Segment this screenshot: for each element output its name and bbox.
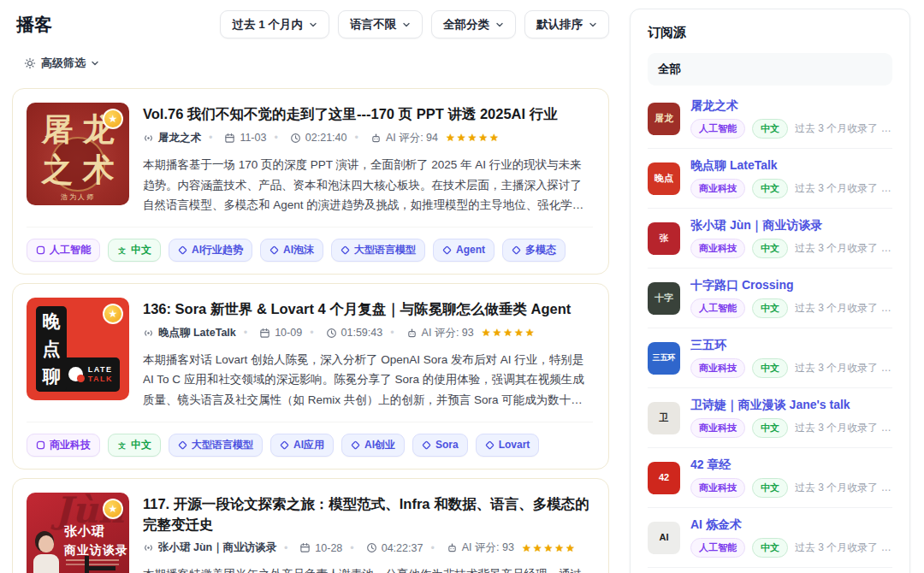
gear-icon	[24, 57, 36, 69]
cover-char: 晚	[43, 310, 61, 334]
podcast-name: 张小珺 Jùn｜商业访谈录	[158, 541, 276, 555]
filter-sort[interactable]: 默认排序	[524, 10, 609, 38]
bookmark-square-icon	[36, 440, 45, 450]
episode-tags: 商业科技文中文大型语言模型AI应用AI创业SoraLovart	[27, 422, 593, 457]
svg-text:文: 文	[117, 246, 126, 255]
episode-title[interactable]: 117. 开源一段论文探索之旅：模型范式、Infra 和数据、语言、多模态的完整…	[143, 494, 593, 535]
source-name[interactable]: 晚点聊 LateTalk	[690, 158, 892, 174]
category-tag[interactable]: 商业科技	[27, 434, 100, 457]
translate-icon: 文	[117, 245, 127, 255]
episode-cover-art[interactable]: Jùn 张小珺 商业访谈录 ★	[27, 493, 129, 573]
category-tag: 人工智能	[690, 538, 745, 558]
subscription-source-item[interactable]: 十字 十字路口 Crossing 人工智能 中文 过去 3 个月收录了 12 集…	[648, 268, 892, 328]
language-tag[interactable]: 文中文	[108, 434, 161, 457]
subscription-source-item[interactable]: 42 42 章经 商业科技 中文 过去 3 个月收录了 5 集播客	[648, 447, 892, 507]
filter-time-range[interactable]: 过去 1 个月内	[220, 10, 329, 38]
filter-category[interactable]: 全部分类	[431, 10, 516, 38]
podcast-source[interactable]: 屠龙之术	[143, 131, 201, 145]
tag-label: 人工智能	[50, 243, 91, 257]
episode-card[interactable]: Jùn 张小珺 商业访谈录 ★ 117. 开源一段论文探索之旅：模	[12, 478, 609, 573]
svg-text:文: 文	[117, 440, 126, 449]
episode-duration: 04:22:37	[342, 542, 423, 554]
source-stat: 过去 3 个月收录了 5 集播客	[795, 481, 892, 495]
cover-char: 屠	[37, 109, 78, 150]
diamond-icon	[270, 245, 279, 255]
episode-description: 本期播客特邀美团光年之外产品负责人谢青池，分享他作为非技术背景产品经理，通过一年…	[143, 564, 593, 573]
language-tag: 中文	[752, 418, 788, 438]
episode-card[interactable]: LATE TALK 晚 点 聊 ★ 136: Sora 新世界 & Lovart…	[12, 283, 609, 470]
subscription-source-item[interactable]: AI AI 炼金术 人工智能 中文 过去 3 个月收录了 8 集播客	[648, 507, 892, 567]
subscription-source-item[interactable]: 张 张小珺 Jùn｜商业访谈录 商业科技 中文 过去 3 个月收录了 8 集播客	[648, 208, 892, 268]
episode-card[interactable]: 屠 龙 之 术 浩为人师 ★ Vol.76 我们不知不觉的走到了这里---170…	[12, 88, 609, 275]
episode-title[interactable]: 136: Sora 新世界 & Lovart 4 个月复盘｜与陈冕聊怎么做垂类 …	[143, 299, 593, 320]
cover-char: 聊	[43, 364, 61, 388]
broadcast-icon	[143, 542, 154, 553]
subscription-source-item[interactable]: 晚点 晚点聊 LateTalk 商业科技 中文 过去 3 个月收录了 11 集播…	[648, 148, 892, 208]
episode-meta: 晚点聊 LateTalk 10-09 01:59:43	[143, 326, 593, 340]
category-tag: 商业科技	[690, 418, 745, 438]
advanced-filter-toggle[interactable]: 高级筛选	[24, 56, 99, 71]
topic-tag[interactable]: Sora	[412, 434, 468, 457]
date-text: 10-09	[275, 327, 302, 339]
source-stat: 过去 3 个月收录了 4 集播客	[795, 421, 892, 435]
source-stat: 过去 3 个月收录了 6 集播客	[795, 361, 892, 375]
robot-icon	[370, 133, 382, 144]
source-name[interactable]: 张小珺 Jùn｜商业访谈录	[690, 218, 892, 233]
subscription-source-item[interactable]: 卫 卫诗婕｜商业漫谈 Jane's talk 商业科技 中文 过去 3 个月收录…	[648, 387, 892, 447]
language-tag[interactable]: 文中文	[108, 239, 161, 262]
filter-label: 语言不限	[350, 17, 396, 32]
source-name[interactable]: 十字路口 Crossing	[690, 278, 892, 293]
source-name[interactable]: 42 章经	[690, 458, 892, 473]
topic-tag[interactable]: AI行业趋势	[169, 239, 252, 262]
robot-icon	[406, 328, 418, 339]
topic-tag[interactable]: AI创业	[341, 434, 405, 457]
topic-tag[interactable]: AI泡沫	[260, 239, 323, 262]
category-tag: 商业科技	[690, 239, 745, 258]
source-meta: 商业科技 中文 过去 3 个月收录了 11 集播客	[690, 179, 892, 198]
source-name[interactable]: AI 炼金术	[690, 517, 892, 533]
episode-cover-art[interactable]: 屠 龙 之 术 浩为人师 ★	[27, 103, 129, 205]
diamond-icon	[485, 440, 495, 450]
filter-language[interactable]: 语言不限	[338, 10, 423, 38]
calendar-icon	[299, 542, 311, 553]
ai-score-text: AI 评分: 94	[386, 131, 438, 145]
podcast-source[interactable]: 张小珺 Jùn｜商业访谈录	[143, 541, 276, 555]
subscription-source-item[interactable]: 屠龙 屠龙之术 人工智能 中文 过去 3 个月收录了 6 集播客	[648, 89, 892, 148]
topic-tag[interactable]: AI应用	[270, 434, 334, 457]
topic-tag[interactable]: 大型语言模型	[331, 239, 425, 262]
subscription-source-item[interactable]: 三五环 三五环 商业科技 中文 过去 3 个月收录了 6 集播客	[648, 328, 892, 387]
robot-icon	[447, 542, 458, 553]
topic-tag[interactable]: 多模态	[502, 239, 566, 262]
source-cover-icon: 三五环	[648, 342, 680, 375]
cover-char: 之	[37, 150, 78, 190]
chevron-down-icon	[309, 21, 317, 29]
sidebar-filter-all[interactable]: 全部	[648, 53, 892, 86]
source-name[interactable]: 屠龙之术	[690, 98, 892, 114]
episode-cover-art[interactable]: LATE TALK 晚 点 聊 ★	[27, 298, 129, 400]
featured-star-badge: ★	[103, 499, 123, 519]
podcast-source[interactable]: 晚点聊 LateTalk	[143, 326, 236, 340]
language-tag: 中文	[752, 538, 788, 558]
source-stat: 过去 3 个月收录了 12 集播客	[795, 301, 892, 316]
filter-label: 默认排序	[536, 17, 583, 32]
source-name[interactable]: 三五环	[690, 338, 892, 353]
source-cover-icon: 42	[648, 462, 680, 494]
subscription-source-item[interactable]: WN What's Next｜科技早知道 商业科技 中文 过去 3 个月收录了 …	[648, 567, 892, 573]
topic-tag[interactable]: Lovart	[476, 434, 540, 457]
topic-tag[interactable]: Agent	[433, 239, 495, 262]
topic-tag[interactable]: 大型语言模型	[169, 434, 263, 457]
source-name[interactable]: 卫诗婕｜商业漫谈 Jane's talk	[690, 398, 892, 413]
cover-wordmark: LATE TALK	[88, 365, 113, 385]
episode-title[interactable]: Vol.76 我们不知不觉的走到了这里---170 页 PPT 讲透 2025A…	[143, 104, 593, 125]
cover-chair	[85, 556, 117, 573]
filter-label: 全部分类	[443, 17, 489, 32]
featured-star-badge: ★	[103, 304, 123, 324]
category-tag[interactable]: 人工智能	[27, 239, 100, 262]
tag-label: 中文	[131, 438, 151, 452]
podcast-name: 晚点聊 LateTalk	[158, 326, 236, 340]
episode-meta: 屠龙之术 11-03 02:21:40	[143, 131, 593, 145]
source-meta: 人工智能 中文 过去 3 个月收录了 12 集播客	[690, 298, 892, 318]
clock-icon	[326, 328, 337, 339]
language-tag: 中文	[752, 179, 788, 198]
clock-icon	[366, 542, 377, 553]
